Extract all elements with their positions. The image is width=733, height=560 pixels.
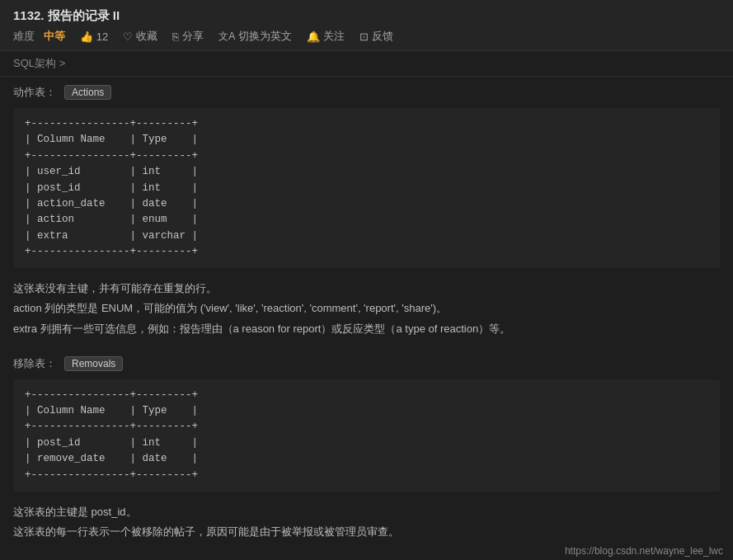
section-label-actions-table: 动作表：Actions <box>0 77 733 105</box>
schema-block-removals-table: +----------------+---------+ | Column Na… <box>13 379 720 492</box>
difficulty-label: 难度 中等 <box>13 29 65 44</box>
section-label-text: 动作表： <box>13 85 56 100</box>
footer-url: https://blog.csdn.net/wayne_lee_lwc <box>565 545 723 557</box>
footer: https://blog.csdn.net/wayne_lee_lwc <box>0 542 733 560</box>
description-actions-table: 这张表没有主键，并有可能存在重复的行。action 列的类型是 ENUM，可能的… <box>0 275 733 347</box>
like-button[interactable]: 👍 12 <box>80 31 108 43</box>
section-label-removals-table: 移除表：Removals <box>0 348 733 376</box>
difficulty-value: 中等 <box>44 30 65 42</box>
description-line: 这张表的主键是 post_id。 <box>13 503 720 521</box>
heart-icon: ♡ <box>123 31 133 43</box>
description-line: action 列的类型是 ENUM，可能的值为 ('view', 'like',… <box>13 299 720 318</box>
translate-icon: 文A <box>218 30 235 44</box>
title-row: 1132. 报告的记录 II <box>13 8 720 24</box>
like-icon: 👍 <box>80 31 93 43</box>
follow-button[interactable]: 🔔 关注 <box>307 29 345 44</box>
section-label-text: 移除表： <box>13 356 56 371</box>
translate-button[interactable]: 文A 切换为英文 <box>218 29 292 44</box>
description-line: 这张表没有主键，并有可能存在重复的行。 <box>13 280 720 298</box>
collect-button[interactable]: ♡ 收藏 <box>123 29 157 44</box>
feedback-icon: ⊡ <box>359 31 369 43</box>
breadcrumb-sql[interactable]: SQL架构 <box>13 57 56 69</box>
description-line: 这张表的每一行表示一个被移除的帖子，原因可能是由于被举报或被管理员审查。 <box>13 523 720 541</box>
breadcrumb: SQL架构 > <box>0 51 733 77</box>
schema-block-actions-table: +----------------+---------+ | Column Na… <box>13 108 720 268</box>
share-icon: ⎘ <box>172 31 179 43</box>
share-button[interactable]: ⎘ 分享 <box>172 29 204 44</box>
difficulty-row: 难度 中等 👍 12 ♡ 收藏 ⎘ 分享 文A 切换为英文 🔔 关注 ⊡ 反馈 <box>13 29 720 44</box>
table-badge-actions-table: Actions <box>64 85 111 100</box>
feedback-button[interactable]: ⊡ 反馈 <box>359 29 393 44</box>
description-line: extra 列拥有一些可选信息，例如：报告理由（a reason for rep… <box>13 320 720 338</box>
page-title: 1132. 报告的记录 II <box>13 8 120 24</box>
sections-container: 动作表：Actions+----------------+---------+ … <box>0 77 733 551</box>
table-badge-removals-table: Removals <box>64 356 123 371</box>
header: 1132. 报告的记录 II 难度 中等 👍 12 ♡ 收藏 ⎘ 分享 文A 切… <box>0 0 733 51</box>
breadcrumb-separator: > <box>59 57 66 69</box>
bell-icon: 🔔 <box>307 31 320 43</box>
